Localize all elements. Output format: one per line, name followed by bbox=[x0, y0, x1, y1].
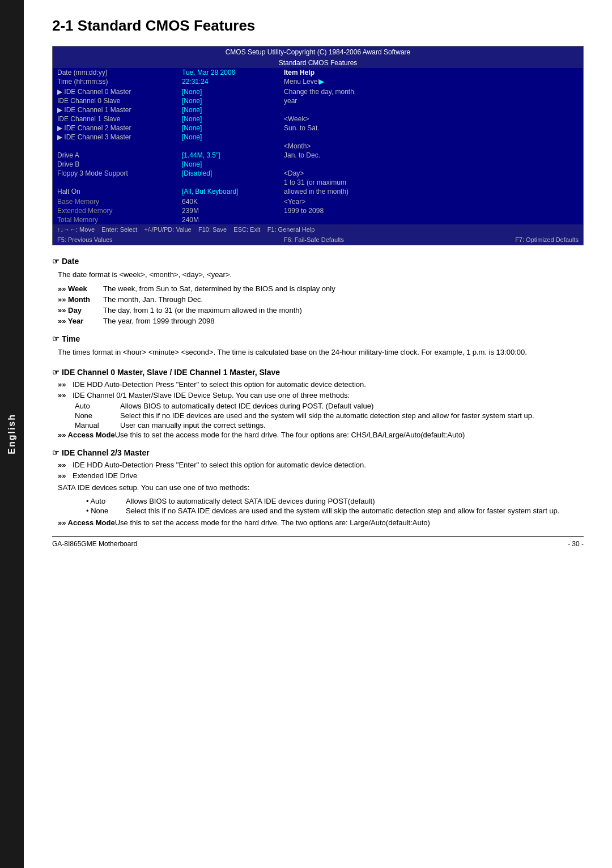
ide01-bullet1-text: IDE HDD Auto-Detection Press "Enter" to … bbox=[73, 380, 584, 389]
ide01-bullet1: »» IDE HDD Auto-Detection Press "Enter" … bbox=[58, 380, 584, 389]
bios-row-help: 1999 to 2098 bbox=[279, 206, 583, 215]
bios-row-value: 22:31:24 bbox=[177, 77, 279, 86]
ide23-access-mode-label: »» Access Mode bbox=[58, 518, 115, 527]
bios-row-label: IDE Channel 1 Slave bbox=[53, 114, 177, 124]
ide01-sub-manual: Manual User can manually input the corre… bbox=[75, 421, 584, 429]
bios-nav-f7: F7: Optimized Defaults bbox=[515, 236, 579, 243]
bios-row-label: Time (hh:mm:ss) bbox=[53, 77, 177, 86]
bios-row-label: IDE Channel 0 Slave bbox=[53, 96, 177, 105]
bios-row-label: Extended Memory bbox=[53, 206, 177, 215]
bios-row-label: Base Memory bbox=[53, 197, 177, 206]
ide23-bullet1-arrow: »» bbox=[58, 461, 73, 469]
ide01-sub-manual-label: Manual bbox=[75, 421, 120, 429]
bios-row-help: Jan. to Dec. bbox=[279, 151, 583, 160]
bios-row: Date (mm:dd:yy)Tue, Mar 28 2006Item Help bbox=[53, 68, 583, 77]
bios-row: IDE Channel 0 Slave[None]year bbox=[53, 96, 583, 105]
bios-row: Drive A[1.44M, 3.5"]Jan. to Dec. bbox=[53, 151, 583, 160]
bios-row-label: Drive A bbox=[53, 151, 177, 160]
ide23-access-mode: »» Access Mode Use this to set the acces… bbox=[58, 518, 584, 527]
bios-row-label: Total Memory bbox=[53, 215, 177, 224]
bios-row: Floppy 3 Mode Support[Disabled]<Day> bbox=[53, 169, 583, 178]
bios-row-help: year bbox=[279, 96, 583, 105]
bios-row-help: Menu Level▶ bbox=[279, 77, 583, 86]
bios-nav-f5: F5: Previous Values bbox=[57, 236, 113, 243]
bios-row-label: ▶ IDE Channel 1 Master bbox=[53, 105, 177, 114]
ide23-dot-auto-text: Allows BIOS to automatically detect SATA… bbox=[126, 497, 584, 505]
ide23-dot-none: • None Select this if no SATA IDE device… bbox=[86, 507, 584, 515]
page-footer: GA-8I865GME Motherboard - 30 - bbox=[52, 536, 584, 548]
bullet-month-text: The month, Jan. Through Dec. bbox=[103, 295, 584, 304]
bios-row-help bbox=[279, 215, 583, 224]
bios-row-label bbox=[53, 178, 177, 187]
bios-row: ▶ IDE Channel 2 Master[None]Sun. to Sat. bbox=[53, 124, 583, 133]
bios-row-value: [None] bbox=[177, 133, 279, 142]
bullet-week-text: The week, from Sun to Sat, determined by… bbox=[103, 284, 584, 293]
bios-nav-move: ↑↓→←: Move Enter: Select +/-/PU/PD: Valu… bbox=[57, 226, 314, 233]
bios-row-help: Sun. to Sat. bbox=[279, 124, 583, 133]
bios-row: ▶ IDE Channel 3 Master[None] bbox=[53, 133, 583, 142]
bios-row-value bbox=[177, 142, 279, 151]
bios-row: Base Memory640K<Year> bbox=[53, 197, 583, 206]
ide01-bullet1-arrow: »» bbox=[58, 380, 73, 389]
bios-row-value bbox=[177, 178, 279, 187]
ide01-bullet2-arrow: »» bbox=[58, 391, 73, 399]
bios-nav: ↑↓→←: Move Enter: Select +/-/PU/PD: Valu… bbox=[53, 224, 583, 235]
section-ide01-title: IDE Channel 0 Master, Slave / IDE Channe… bbox=[52, 368, 584, 377]
bios-row-value: [1.44M, 3.5"] bbox=[177, 151, 279, 160]
bios-row-value: [None] bbox=[177, 105, 279, 114]
bullet-day: »» Day The day, from 1 to 31 (or the max… bbox=[58, 306, 584, 314]
ide01-access-mode: »» Access Mode Use this to set the acces… bbox=[58, 431, 584, 439]
bios-row-value: [None] bbox=[177, 124, 279, 133]
bios-row-help: allowed in the month) bbox=[279, 187, 583, 196]
ide01-sub-manual-text: User can manually input the correct sett… bbox=[120, 421, 584, 429]
page-title: 2-1 Standard CMOS Features bbox=[52, 17, 584, 35]
sidebar: English bbox=[0, 0, 24, 868]
section-ide23: IDE Channel 2/3 Master »» IDE HDD Auto-D… bbox=[52, 448, 584, 527]
bios-row-help: <Month> bbox=[279, 142, 583, 151]
bios-row: <Month> bbox=[53, 142, 583, 151]
ide23-bullet2-text: Extended IDE Drive bbox=[73, 471, 584, 480]
section-ide23-title: IDE Channel 2/3 Master bbox=[52, 448, 584, 457]
ide23-bullet2: »» Extended IDE Drive bbox=[58, 471, 584, 480]
sidebar-label: English bbox=[7, 414, 17, 454]
bullet-month-label: »» Month bbox=[58, 295, 103, 304]
bullet-day-label: »» Day bbox=[58, 306, 103, 314]
bios-row-help: 1 to 31 (or maximum bbox=[279, 178, 583, 187]
ide23-dot-auto: • Auto Allows BIOS to automatically dete… bbox=[86, 497, 584, 505]
ide01-access-mode-text: Use this to set the access mode for the … bbox=[115, 431, 584, 439]
bios-row-label bbox=[53, 142, 177, 151]
section-time: Time The times format in <hour> <minute>… bbox=[52, 334, 584, 359]
bios-row-value: [None] bbox=[177, 160, 279, 169]
bios-row-label: ▶ IDE Channel 3 Master bbox=[53, 133, 177, 142]
ide23-access-mode-text: Use this to set the access mode for the … bbox=[115, 518, 584, 527]
main-content: 2-1 Standard CMOS Features CMOS Setup Ut… bbox=[24, 0, 612, 571]
bios-row-value: 640K bbox=[177, 197, 279, 206]
bios-row-help bbox=[279, 105, 583, 114]
bios-nav-row2: F5: Previous Values F6: Fail-Safe Defaul… bbox=[53, 235, 583, 245]
bullet-day-text: The day, from 1 to 31 (or the maximum al… bbox=[103, 306, 584, 314]
ide01-sub-none: None Select this if no IDE devices are u… bbox=[75, 411, 584, 420]
bios-row-label: ▶ IDE Channel 2 Master bbox=[53, 124, 177, 133]
bios-row: Drive B[None] bbox=[53, 160, 583, 169]
ide01-access-mode-label: »» Access Mode bbox=[58, 431, 115, 439]
bios-row-value: 240M bbox=[177, 215, 279, 224]
section-date-title: Date bbox=[52, 257, 584, 266]
bios-row: Total Memory240M bbox=[53, 215, 583, 224]
bios-row: Halt On[All, But Keyboard]allowed in the… bbox=[53, 187, 583, 196]
footer-left: GA-8I865GME Motherboard bbox=[52, 540, 137, 548]
bios-row: ▶ IDE Channel 1 Master[None] bbox=[53, 105, 583, 114]
bios-row-value: [None] bbox=[177, 96, 279, 105]
bios-row: 1 to 31 (or maximum bbox=[53, 178, 583, 187]
ide23-bullet1-text: IDE HDD Auto-Detection Press "Enter" to … bbox=[73, 461, 584, 469]
bios-header1: CMOS Setup Utility-Copyright (C) 1984-20… bbox=[53, 46, 583, 58]
ide23-bullet1: »» IDE HDD Auto-Detection Press "Enter" … bbox=[58, 461, 584, 469]
bullet-year: »» Year The year, from 1999 through 2098 bbox=[58, 317, 584, 325]
bios-row-help: <Day> bbox=[279, 169, 583, 178]
ide23-dot-none-text: Select this if no SATA IDE devices are u… bbox=[126, 507, 584, 515]
bios-row-label: Date (mm:dd:yy) bbox=[53, 68, 177, 77]
bios-row-help: Item Help bbox=[279, 68, 583, 77]
bios-container: CMOS Setup Utility-Copyright (C) 1984-20… bbox=[52, 46, 584, 245]
bullet-year-label: »» Year bbox=[58, 317, 103, 325]
ide01-bullet2-text: IDE Channel 0/1 Master/Slave IDE Device … bbox=[73, 391, 584, 399]
bios-row-help bbox=[279, 160, 583, 169]
